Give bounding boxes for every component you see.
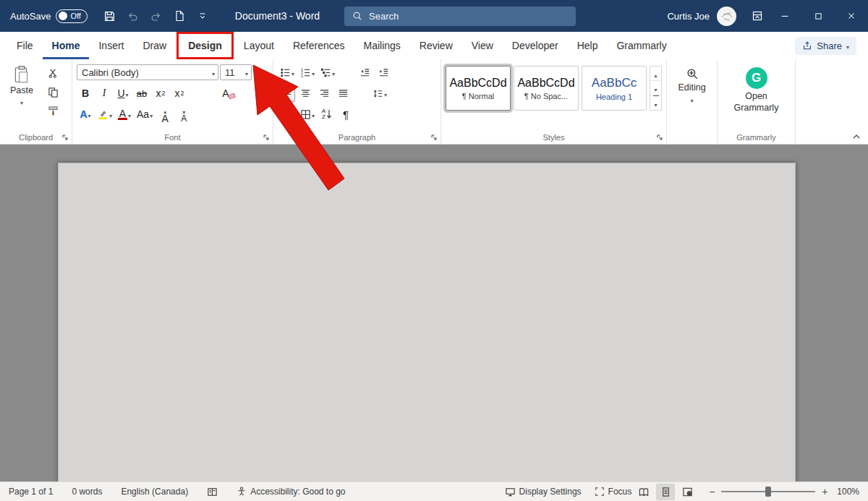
- highlight-color-button[interactable]: [95, 106, 114, 123]
- underline-button[interactable]: U: [114, 85, 132, 102]
- minimize-button[interactable]: [768, 0, 801, 32]
- paragraph-dialog-launcher[interactable]: [430, 134, 438, 141]
- font-group: Calibri (Body) 11 B I U ab x2: [72, 59, 273, 144]
- increase-indent-button[interactable]: [375, 64, 392, 81]
- read-mode-button[interactable]: [634, 484, 653, 500]
- autosave-switch-knob: [59, 12, 67, 20]
- redo-button[interactable]: [145, 5, 167, 27]
- display-settings-button[interactable]: Display Settings: [505, 487, 582, 497]
- align-right-button[interactable]: [315, 85, 333, 102]
- style-heading-1[interactable]: AaBbCc Heading 1: [582, 66, 647, 111]
- borders-grid-icon: [300, 109, 311, 120]
- save-button[interactable]: [99, 5, 121, 27]
- print-layout-button[interactable]: [656, 484, 675, 500]
- change-case-button[interactable]: Aa: [135, 106, 155, 123]
- language-indicator[interactable]: English (Canada): [121, 487, 188, 497]
- dialog-launcher-icon: [430, 134, 438, 141]
- clipboard-dialog-launcher[interactable]: [61, 134, 69, 141]
- multilevel-list-icon: [320, 67, 331, 78]
- share-button[interactable]: Share: [795, 37, 856, 55]
- styles-scroll-up-button[interactable]: [650, 67, 661, 81]
- tab-grammarly[interactable]: Grammarly: [607, 32, 676, 59]
- print-layout-icon: [660, 487, 671, 497]
- open-grammarly-button[interactable]: G Open Grammarly: [722, 63, 791, 114]
- italic-button[interactable]: I: [95, 85, 113, 102]
- maximize-button[interactable]: [801, 0, 835, 32]
- font-color-button[interactable]: A: [116, 106, 133, 123]
- font-size-combo[interactable]: 11: [220, 64, 252, 80]
- focus-button[interactable]: Focus: [595, 487, 632, 497]
- tab-file[interactable]: File: [7, 32, 43, 59]
- multilevel-list-button[interactable]: [318, 64, 337, 81]
- autosave-toggle[interactable]: AutoSave Off: [10, 9, 88, 23]
- proofing-status-button[interactable]: [207, 487, 218, 497]
- tab-design[interactable]: Design: [176, 32, 234, 59]
- grow-font-button[interactable]: A: [156, 106, 174, 123]
- font-name-combo[interactable]: Calibri (Body): [77, 64, 218, 80]
- close-button[interactable]: [835, 0, 868, 32]
- font-dialog-launcher[interactable]: [263, 134, 270, 141]
- align-left-icon: [281, 88, 292, 99]
- align-center-button[interactable]: [297, 85, 314, 102]
- tab-review[interactable]: Review: [410, 32, 462, 59]
- account-name[interactable]: Curtis Joe: [667, 11, 710, 22]
- zoom-slider-thumb[interactable]: [765, 487, 771, 497]
- collapse-ribbon-button[interactable]: [852, 133, 861, 140]
- tab-developer[interactable]: Developer: [503, 32, 568, 59]
- sort-button[interactable]: A Z: [318, 106, 336, 123]
- paste-button[interactable]: Paste: [4, 63, 39, 119]
- format-painter-button[interactable]: [43, 102, 62, 119]
- tab-help[interactable]: Help: [568, 32, 608, 59]
- account-avatar[interactable]: [717, 7, 736, 26]
- styles-scroll-down-button[interactable]: [650, 81, 661, 95]
- autosave-switch[interactable]: Off: [56, 9, 87, 23]
- styles-dialog-launcher[interactable]: [656, 134, 663, 141]
- font-color-bar: [118, 118, 127, 120]
- ribbon-display-options-button[interactable]: [746, 5, 768, 27]
- align-left-button[interactable]: [278, 85, 295, 102]
- superscript-button[interactable]: x2: [171, 85, 188, 102]
- shading-button[interactable]: [278, 106, 297, 123]
- clipboard-group: Paste: [0, 59, 72, 144]
- style-no-spacing[interactable]: AaBbCcDd ¶ No Spac...: [514, 66, 579, 111]
- zoom-out-button[interactable]: −: [707, 486, 717, 497]
- copy-button[interactable]: [43, 83, 62, 100]
- superscript-base: x: [174, 87, 179, 99]
- shrink-font-button[interactable]: A: [175, 106, 192, 123]
- tab-layout[interactable]: Layout: [234, 32, 284, 59]
- borders-button[interactable]: [298, 106, 317, 123]
- styles-more-button[interactable]: [650, 95, 661, 110]
- tab-home[interactable]: Home: [43, 32, 90, 59]
- word-count[interactable]: 0 words: [72, 487, 102, 497]
- zoom-in-button[interactable]: +: [820, 486, 830, 497]
- cut-button[interactable]: [43, 64, 62, 82]
- accessibility-status[interactable]: Accessibility: Good to go: [237, 487, 345, 497]
- subscript-button[interactable]: x2: [152, 85, 169, 102]
- strikethrough-button[interactable]: ab: [133, 85, 150, 102]
- justify-button[interactable]: [334, 85, 352, 102]
- zoom-slider[interactable]: [721, 491, 815, 492]
- zoom-level[interactable]: 100%: [837, 487, 859, 497]
- style-normal[interactable]: AaBbCcDd ¶ Normal: [446, 66, 511, 111]
- bold-button[interactable]: B: [77, 85, 94, 102]
- document-page[interactable]: [58, 163, 796, 481]
- search-box[interactable]: Search: [344, 7, 576, 26]
- show-marks-button[interactable]: ¶: [337, 106, 354, 123]
- decrease-indent-button[interactable]: [356, 64, 373, 81]
- tab-view[interactable]: View: [462, 32, 503, 59]
- tab-mailings[interactable]: Mailings: [354, 32, 409, 59]
- customize-qat-button[interactable]: [192, 5, 213, 27]
- numbering-button[interactable]: 1 2 3: [298, 64, 317, 81]
- clear-formatting-button[interactable]: A: [220, 85, 237, 102]
- text-effects-button[interactable]: A: [77, 106, 94, 123]
- undo-button[interactable]: [122, 5, 144, 27]
- tab-insert[interactable]: Insert: [89, 32, 133, 59]
- new-document-button[interactable]: [169, 5, 190, 27]
- bullets-button[interactable]: [278, 64, 297, 81]
- web-layout-button[interactable]: [678, 484, 697, 500]
- tab-references[interactable]: References: [284, 32, 354, 59]
- tab-draw[interactable]: Draw: [133, 32, 176, 59]
- page-indicator[interactable]: Page 1 of 1: [9, 487, 53, 497]
- editing-button[interactable]: Editing: [671, 63, 712, 105]
- line-spacing-button[interactable]: [370, 85, 389, 102]
